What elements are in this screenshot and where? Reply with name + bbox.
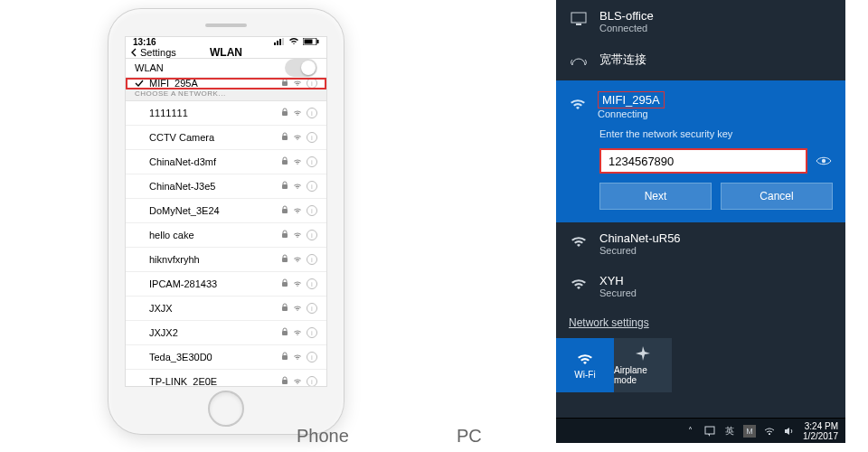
network-row[interactable]: hiknvfxryhhi bbox=[126, 248, 326, 272]
reveal-password-icon[interactable] bbox=[815, 152, 833, 170]
svg-rect-14 bbox=[282, 258, 288, 262]
network-settings-link[interactable]: Network settings bbox=[556, 307, 845, 338]
info-icon[interactable]: i bbox=[307, 132, 317, 143]
broadband-icon bbox=[569, 52, 589, 71]
tray-ime2[interactable]: M bbox=[743, 425, 756, 438]
wifi-strength-icon bbox=[293, 181, 302, 192]
connecting-block: MIFI_295A Connecting Enter the network s… bbox=[556, 80, 845, 222]
airplane-icon bbox=[635, 345, 651, 362]
network-item[interactable]: ChinaNet-uR56Secured bbox=[556, 222, 845, 265]
connected-network-name: MIFI_295A bbox=[149, 78, 281, 89]
phone-screen: 13:16 Settings WLAN WLAN bbox=[125, 36, 327, 387]
taskbar-time: 3:24 PM bbox=[803, 421, 838, 431]
svg-rect-2 bbox=[279, 39, 281, 45]
tray-action-center-icon[interactable] bbox=[703, 425, 716, 438]
tray-wifi-icon[interactable] bbox=[763, 425, 776, 438]
svg-rect-21 bbox=[571, 13, 586, 23]
info-icon[interactable]: i bbox=[307, 205, 317, 216]
back-button[interactable]: Settings bbox=[126, 47, 176, 58]
wifi-strength-icon bbox=[293, 254, 302, 265]
network-name: 宽带连接 bbox=[599, 52, 646, 68]
wlan-toggle-row[interactable]: WLAN bbox=[126, 59, 326, 78]
network-row[interactable]: DoMyNet_3E24i bbox=[126, 199, 326, 223]
info-icon[interactable]: i bbox=[307, 303, 317, 314]
network-name: ChinaNet-uR56 bbox=[599, 231, 681, 245]
wifi-strength-icon bbox=[293, 78, 302, 89]
network-name: ChinaNet-d3mf bbox=[135, 156, 281, 167]
lock-icon bbox=[281, 205, 288, 216]
wlan-toggle-label: WLAN bbox=[135, 62, 285, 73]
network-item[interactable]: 宽带连接 bbox=[556, 42, 845, 80]
wifi-strength-icon bbox=[293, 108, 302, 118]
svg-rect-22 bbox=[576, 24, 581, 25]
wifi-strength-icon bbox=[293, 327, 302, 338]
password-prompt: Enter the network security key bbox=[599, 128, 833, 139]
lock-icon bbox=[281, 254, 288, 265]
airplane-tile[interactable]: Airplane mode bbox=[614, 338, 672, 392]
wifi-strength-icon bbox=[293, 230, 302, 240]
network-row[interactable]: Teda_3E30D0i bbox=[126, 345, 326, 370]
network-name: 1111111 bbox=[135, 108, 281, 118]
network-row[interactable]: ChinaNet-d3mfi bbox=[126, 150, 326, 174]
network-row[interactable]: ChinaNet-J3e5i bbox=[126, 174, 326, 199]
network-name: hiknvfxryhh bbox=[135, 254, 281, 265]
wlan-toggle[interactable] bbox=[285, 59, 317, 77]
svg-rect-17 bbox=[282, 331, 288, 335]
wifi-strength-icon bbox=[293, 278, 302, 289]
wifi-tile[interactable]: Wi-Fi bbox=[556, 338, 614, 392]
wifi-strength-icon bbox=[293, 303, 302, 314]
tray-ime1[interactable]: 英 bbox=[723, 425, 736, 438]
tray-volume-icon[interactable] bbox=[783, 425, 796, 438]
wifi-icon bbox=[569, 274, 589, 294]
svg-rect-9 bbox=[282, 136, 288, 140]
taskbar-clock[interactable]: 3:24 PM 1/2/2017 bbox=[803, 421, 838, 441]
pc-top-networks: BLS-officeConnected宽带连接 bbox=[556, 0, 845, 80]
network-row[interactable]: JXJX2i bbox=[126, 321, 326, 345]
info-icon[interactable]: i bbox=[307, 156, 317, 167]
network-row[interactable]: CCTV Camerai bbox=[126, 126, 326, 150]
info-icon[interactable]: i bbox=[307, 181, 317, 192]
lock-icon bbox=[281, 230, 288, 240]
network-item[interactable]: BLS-officeConnected bbox=[556, 0, 845, 42]
connected-network-row[interactable]: MIFI_295A i bbox=[126, 78, 326, 89]
info-icon[interactable]: i bbox=[307, 78, 317, 89]
tray-up-icon[interactable]: ˄ bbox=[684, 425, 696, 438]
network-name: DoMyNet_3E24 bbox=[135, 205, 281, 216]
password-input[interactable] bbox=[599, 148, 807, 174]
svg-rect-8 bbox=[282, 111, 288, 116]
svg-rect-3 bbox=[282, 38, 284, 45]
lock-icon bbox=[281, 303, 288, 314]
svg-rect-13 bbox=[282, 233, 288, 238]
svg-rect-6 bbox=[317, 40, 319, 43]
lock-icon bbox=[281, 327, 288, 338]
choose-network-header: CHOOSE A NETWORK... bbox=[126, 89, 326, 101]
info-icon[interactable]: i bbox=[307, 376, 317, 387]
next-button[interactable]: Next bbox=[599, 183, 712, 210]
status-bar: 13:16 bbox=[126, 37, 326, 47]
status-right bbox=[274, 37, 319, 47]
cancel-button[interactable]: Cancel bbox=[721, 183, 833, 210]
network-row[interactable]: hello cakei bbox=[126, 223, 326, 248]
info-icon[interactable]: i bbox=[307, 327, 317, 338]
network-row[interactable]: IPCAM-281433i bbox=[126, 272, 326, 297]
home-button[interactable] bbox=[208, 391, 244, 427]
info-icon[interactable]: i bbox=[307, 352, 317, 363]
network-row[interactable]: TP-LINK_2E0Ei bbox=[126, 370, 326, 387]
nav-bar: Settings WLAN bbox=[126, 47, 326, 59]
info-icon[interactable]: i bbox=[307, 278, 317, 289]
caption-pc: PC bbox=[457, 426, 482, 447]
lock-icon bbox=[281, 181, 288, 192]
lock-icon bbox=[281, 78, 288, 89]
network-row[interactable]: 1111111i bbox=[126, 101, 326, 126]
network-item[interactable]: XYHSecured bbox=[556, 265, 845, 307]
taskbar-date: 1/2/2017 bbox=[803, 431, 838, 441]
network-status-icons: i bbox=[281, 78, 317, 89]
info-icon[interactable]: i bbox=[307, 230, 317, 240]
phone-speaker bbox=[205, 24, 247, 27]
info-icon[interactable]: i bbox=[307, 254, 317, 265]
network-list: 1111111iCCTV CameraiChinaNet-d3mfiChinaN… bbox=[126, 101, 326, 387]
info-icon[interactable]: i bbox=[307, 108, 317, 118]
svg-rect-1 bbox=[277, 41, 278, 45]
windows-network-flyout: BLS-officeConnected宽带连接 MIFI_295A Connec… bbox=[556, 0, 845, 443]
network-row[interactable]: JXJXi bbox=[126, 297, 326, 321]
